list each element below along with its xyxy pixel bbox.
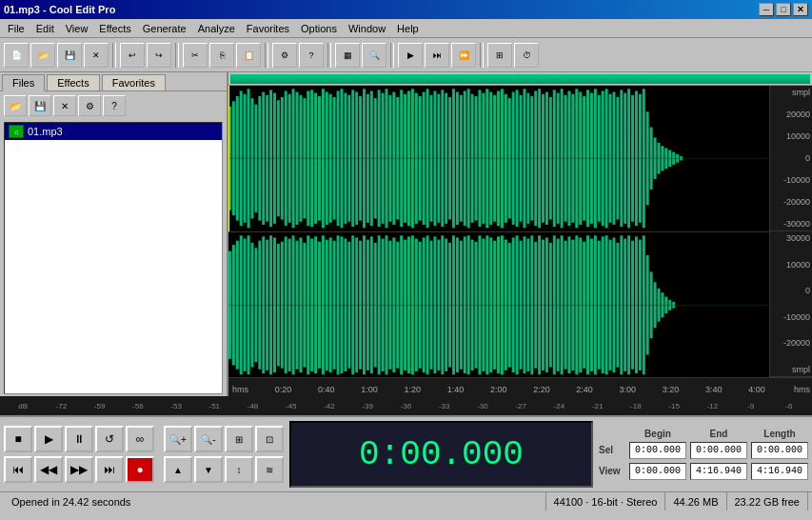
sel-end-value[interactable]: 0:00.000 (690, 442, 747, 459)
zoom-out-btn[interactable]: 🔍- (194, 426, 223, 452)
toolbar-time[interactable]: ⏱ (514, 43, 539, 68)
panel-tab-effects[interactable]: Effects (47, 74, 99, 90)
toolbar-save[interactable]: 💾 (57, 43, 82, 68)
transport-controls: ■ ▶ ⏸ ↺ ∞ ⏮ ◀◀ ▶▶ ⏭ ● (4, 426, 154, 483)
level-tick: -45 (272, 402, 310, 410)
view-end-value[interactable]: 4:16.940 (690, 463, 747, 480)
level-tick: -15 (655, 402, 693, 410)
time-label: 4:00 (748, 385, 765, 394)
menu-item-edit[interactable]: Edit (30, 21, 60, 36)
close-button[interactable]: ✕ (793, 3, 808, 16)
next-button[interactable]: ⏭ (95, 456, 124, 483)
zoom-row1: 🔍+ 🔍- ⊞ ⊡ (164, 426, 284, 452)
play-button[interactable]: ▶ (34, 426, 63, 452)
toolbar-play1[interactable]: ▶ (398, 43, 423, 68)
toolbar-zoom[interactable]: 🔍 (362, 43, 386, 68)
sep3 (265, 43, 268, 68)
menu-item-options[interactable]: Options (295, 21, 343, 36)
toolbar-copy[interactable]: ⎘ (209, 43, 234, 68)
menu-item-generate[interactable]: Generate (137, 21, 192, 36)
level-tick: -12 (693, 402, 731, 410)
menu-item-window[interactable]: Window (343, 21, 391, 36)
level-tick: dB (4, 402, 42, 410)
level-tick: -27 (502, 402, 540, 410)
zoom-out2-btn[interactable]: ▼ (194, 456, 223, 483)
menu-item-help[interactable]: Help (391, 21, 425, 36)
transport-bar: ■ ▶ ⏸ ↺ ∞ ⏮ ◀◀ ▶▶ ⏭ ● 🔍+ 🔍- ⊞ ⊡ ▲ ▼ ↕ ≋ (0, 415, 812, 491)
prev-button[interactable]: ⏮ (4, 456, 32, 483)
zoom-in2-btn[interactable]: ▲ (164, 456, 192, 483)
file-item[interactable]: ♫01.mp3 (5, 123, 222, 140)
waveform-container: smpl 20000 10000 0 -10000 -20000 -30000 … (228, 72, 812, 396)
forward-button[interactable]: ▶▶ (65, 456, 93, 483)
rewind-button[interactable]: ◀◀ (34, 456, 63, 483)
time-label: 2:00 (490, 385, 507, 394)
menu-item-effects[interactable]: Effects (93, 21, 136, 36)
window-controls: ─ □ ✕ (759, 3, 808, 16)
pause-button[interactable]: ⏸ (65, 426, 93, 452)
zoom-wave-btn[interactable]: ≋ (255, 456, 284, 483)
playhead-marker (228, 86, 229, 231)
toolbar-paste[interactable]: 📋 (236, 43, 261, 68)
record-button[interactable]: ● (126, 456, 154, 483)
time-label: 1:00 (361, 385, 378, 394)
maximize-button[interactable]: □ (776, 3, 791, 16)
channel2-waveform[interactable] (228, 232, 769, 378)
panel-prop-btn[interactable]: ⚙ (78, 95, 101, 116)
scroll-thumb[interactable] (230, 74, 810, 84)
panel-help-btn[interactable]: ? (103, 95, 126, 116)
view-length-value[interactable]: 4:16.940 (751, 463, 808, 480)
menu-item-analyze[interactable]: Analyze (192, 21, 241, 36)
level-tick: -53 (157, 402, 195, 410)
toolbar-play2[interactable]: ⏭ (425, 43, 449, 68)
toolbar-settings[interactable]: ⚙ (272, 43, 297, 68)
level-tick: -33 (426, 402, 464, 410)
loop-button[interactable]: ↺ (95, 426, 124, 452)
panel-close-btn[interactable]: ✕ (53, 95, 76, 116)
level-tick: -21 (579, 402, 617, 410)
zoom-in-btn[interactable]: 🔍+ (164, 426, 192, 452)
toolbar: 📄 📂 💾 ✕ ↩ ↪ ✂ ⎘ 📋 ⚙ ? ▦ 🔍 ▶ ⏭ ⏩ ⊞ ⏱ (0, 38, 812, 72)
toolbar-redo[interactable]: ↪ (147, 43, 171, 68)
panel-tab-favorites[interactable]: Favorites (102, 74, 166, 90)
menu-item-favorites[interactable]: Favorites (241, 21, 295, 36)
toolbar-help[interactable]: ? (299, 43, 324, 68)
zoom-full-btn[interactable]: ↕ (225, 456, 253, 483)
zoom-controls: 🔍+ 🔍- ⊞ ⊡ ▲ ▼ ↕ ≋ (164, 426, 284, 483)
time-label: 2:20 (533, 385, 550, 394)
sel-length-value[interactable]: 0:00.000 (751, 442, 808, 459)
zoom-right-btn[interactable]: ⊡ (255, 426, 284, 452)
time-label: 1:40 (447, 385, 465, 394)
menu-item-view[interactable]: View (60, 21, 94, 36)
menu-item-file[interactable]: File (2, 21, 30, 36)
stop-button[interactable]: ■ (4, 426, 32, 452)
sel-begin-value[interactable]: 0:00.000 (629, 442, 686, 459)
channel1-waveform[interactable] (228, 86, 769, 232)
minimize-button[interactable]: ─ (759, 3, 774, 16)
level-tick: -72 (42, 402, 80, 410)
toolbar-select[interactable]: ▦ (335, 43, 360, 68)
panel-save-btn[interactable]: 💾 (29, 95, 51, 116)
zoom-sel-btn[interactable]: ⊞ (225, 426, 253, 452)
transport-row1: ■ ▶ ⏸ ↺ ∞ (4, 426, 154, 452)
level-tick: -42 (310, 402, 348, 410)
toolbar-open[interactable]: 📂 (30, 43, 55, 68)
level-tick: -30 (464, 402, 502, 410)
sel-row: Sel 0:00.000 0:00.000 0:00.000 (599, 441, 808, 460)
toolbar-cut[interactable]: ✂ (183, 43, 208, 68)
horizontal-scrollbar[interactable] (228, 72, 812, 86)
toolbar-undo[interactable]: ↩ (120, 43, 145, 68)
panel-tab-files[interactable]: Files (2, 74, 45, 91)
view-begin-value[interactable]: 0:00.000 (629, 463, 686, 480)
level-tick: -18 (617, 402, 655, 410)
toolbar-play3[interactable]: ⏩ (451, 43, 476, 68)
time-label: 3:00 (620, 385, 637, 394)
infinite-button[interactable]: ∞ (126, 426, 154, 452)
panel-open-btn[interactable]: 📂 (4, 95, 27, 116)
channel-container (228, 86, 769, 377)
toolbar-new[interactable]: 📄 (4, 43, 29, 68)
level-meter: dB-72-59-56-53-51-48-45-42-39-36-33-30-2… (0, 396, 812, 415)
time-label: hms (232, 385, 248, 394)
toolbar-close[interactable]: ✕ (84, 43, 109, 68)
toolbar-snap[interactable]: ⊞ (487, 43, 512, 68)
